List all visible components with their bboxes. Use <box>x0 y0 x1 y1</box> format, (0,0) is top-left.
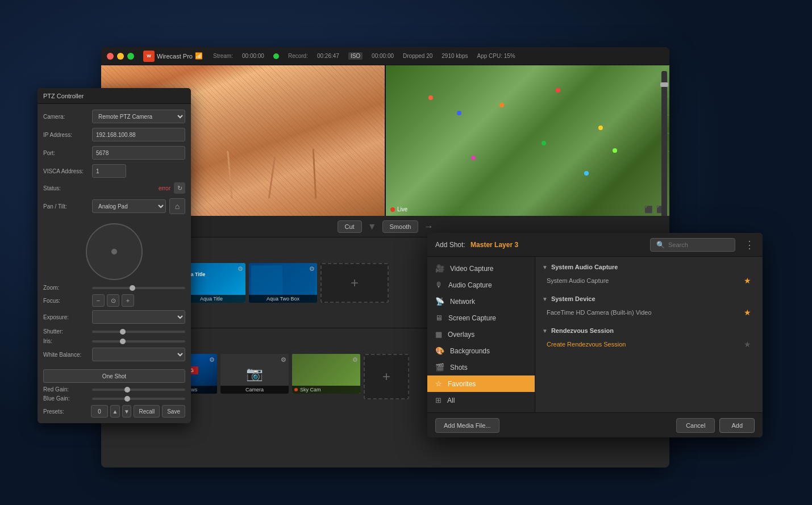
window-controls <box>107 53 134 60</box>
menu-item-favorites[interactable]: ☆ Favorites <box>427 375 535 392</box>
rendezvous-star[interactable]: ★ <box>744 340 751 349</box>
status-value: error <box>159 185 170 191</box>
joystick-dot <box>111 249 117 254</box>
thumb-add-button-row2[interactable]: + <box>364 354 409 399</box>
presets-row: Presets: ▲ ▼ Recall Save <box>43 405 185 418</box>
thumb-camera[interactable]: 📷 Camera ⚙ <box>220 354 289 394</box>
thumb-sky-gear[interactable]: ⚙ <box>352 356 358 364</box>
preset-number-input[interactable] <box>91 405 108 418</box>
preset-up-button[interactable]: ▲ <box>110 405 120 418</box>
cut-button[interactable]: Cut <box>338 220 362 233</box>
section-rendezvous-arrow: ▼ <box>542 328 548 334</box>
thumb-camera-gear[interactable]: ⚙ <box>281 356 286 364</box>
menu-audio-capture-label: Audio Capture <box>448 281 492 289</box>
ptz-ip-row: IP Address: <box>43 128 185 141</box>
focus-minus-button[interactable]: − <box>92 294 105 307</box>
thumb-add-button-row1[interactable]: + <box>320 263 389 303</box>
add-icon-row1: + <box>351 275 359 291</box>
close-button[interactable] <box>107 53 114 60</box>
smooth-button[interactable]: Smooth <box>382 220 419 233</box>
minimize-button[interactable] <box>117 53 124 60</box>
add-button[interactable]: Add <box>719 418 755 433</box>
menu-item-network[interactable]: 📡 Network <box>427 293 535 310</box>
volume-thumb <box>660 82 668 87</box>
menu-video-capture-label: Video Capture <box>450 265 494 273</box>
zoom-slider[interactable] <box>92 287 185 289</box>
cancel-button[interactable]: Cancel <box>676 418 715 433</box>
search-input[interactable] <box>668 241 729 248</box>
menu-item-screen-capture[interactable]: 🖥 Screen Capture <box>427 310 535 326</box>
preview-aerial-image <box>386 65 669 216</box>
ip-input[interactable] <box>92 128 185 141</box>
create-rendezvous-item: Create Rendezvous Session ★ <box>542 337 756 351</box>
thumb-aqua-gear[interactable]: ⚙ <box>238 265 243 273</box>
system-audio-label: System Audio Capture <box>547 277 609 284</box>
save-preset-button[interactable]: Save <box>162 405 185 418</box>
more-menu-button[interactable]: ⋮ <box>744 239 755 251</box>
add-media-file-button[interactable]: Add Media File... <box>435 418 499 433</box>
one-shot-button[interactable]: One Shot <box>43 369 185 383</box>
audio-capture-icon: 🎙 <box>435 281 443 289</box>
port-label: Port: <box>43 150 89 156</box>
white-balance-select[interactable] <box>92 348 185 361</box>
thumb-aqua-two-box[interactable]: Aqua Two Box ⚙ <box>249 263 317 303</box>
red-gain-slider[interactable] <box>92 389 185 391</box>
menu-item-overlays[interactable]: ▦ Overlays <box>427 326 535 343</box>
facetime-camera-star[interactable]: ★ <box>744 308 751 317</box>
menu-network-label: Network <box>450 298 475 306</box>
preset-down-button[interactable]: ▼ <box>122 405 132 418</box>
focus-row: Focus: − ⊙ + <box>43 294 185 307</box>
exposure-row: Exposure: <box>43 310 185 324</box>
live-label: Live <box>397 206 407 212</box>
maximize-button[interactable] <box>127 53 134 60</box>
visca-input[interactable] <box>92 164 126 178</box>
menu-item-backgrounds[interactable]: 🎨 Backgrounds <box>427 343 535 359</box>
port-input[interactable] <box>92 146 185 160</box>
ip-label: IP Address: <box>43 132 89 138</box>
shutter-slider[interactable] <box>92 331 185 333</box>
dialog-search-box[interactable]: 🔍 <box>650 238 735 252</box>
menu-item-all[interactable]: ⊞ All <box>427 392 535 408</box>
camera-select[interactable]: Remote PTZ Camera <box>92 110 185 123</box>
zoom-label: Zoom: <box>43 285 89 291</box>
pan-tilt-select[interactable]: Analog Pad <box>92 199 166 213</box>
blue-gain-label: Blue Gain: <box>43 395 89 402</box>
thumb-news-gear[interactable]: ⚙ <box>209 356 215 364</box>
refresh-button[interactable]: ↻ <box>174 182 185 194</box>
stream-label: Stream: <box>213 53 233 59</box>
menu-item-audio-capture[interactable]: 🎙 Audio Capture <box>427 277 535 293</box>
blue-gain-slider[interactable] <box>92 398 185 400</box>
ptz-status-row: Status: error ↻ <box>43 182 185 194</box>
ptz-body: Camera: Remote PTZ Camera IP Address: Po… <box>38 104 191 423</box>
stats-bar: Stream: 00:00:00 Record: 00:26:47 ISO 00… <box>213 52 515 60</box>
focus-plus-button[interactable]: + <box>122 294 134 307</box>
white-balance-label: White Balance: <box>43 352 89 358</box>
screen-capture-icon: 🖥 <box>435 314 443 322</box>
shots-icon: 🎬 <box>435 363 444 372</box>
title-bar: W Wirecast Pro 📶 Stream: 00:00:00 Record… <box>101 47 669 65</box>
app-logo: W Wirecast Pro 📶 <box>143 51 203 62</box>
focus-auto-button[interactable]: ⊙ <box>107 294 119 307</box>
live-badge: Live <box>390 206 407 212</box>
thumb-aquatwo-gear[interactable]: ⚙ <box>309 265 315 273</box>
menu-backgrounds-label: Backgrounds <box>450 347 490 355</box>
menu-item-shots[interactable]: 🎬 Shots <box>427 359 535 375</box>
volume-slider[interactable]: -6 -12 -18 -24 -∞ <box>661 71 667 216</box>
shutter-row: Shutter: <box>43 328 185 335</box>
joystick[interactable] <box>86 223 143 280</box>
exposure-select[interactable] <box>92 310 185 324</box>
joystick-area[interactable] <box>43 219 185 285</box>
network-icon: 📡 <box>435 297 444 306</box>
monitor-icon-right: ⬛ <box>644 206 653 214</box>
system-audio-star[interactable]: ★ <box>744 276 751 285</box>
recall-button[interactable]: Recall <box>134 405 160 418</box>
dialog-menu: 🎥 Video Capture 🎙 Audio Capture 📡 Networ… <box>427 257 535 412</box>
home-button[interactable]: ⌂ <box>169 198 185 214</box>
white-balance-row: White Balance: <box>43 348 185 361</box>
thumb-sky-cam[interactable]: Sky Cam ⚙ <box>292 354 360 394</box>
create-rendezvous-link[interactable]: Create Rendezvous Session <box>547 341 626 348</box>
menu-item-video-capture[interactable]: 🎥 Video Capture <box>427 260 535 277</box>
ptz-title: PTZ Controller <box>38 88 191 104</box>
shutter-thumb <box>120 329 126 335</box>
iris-slider[interactable] <box>92 340 185 343</box>
